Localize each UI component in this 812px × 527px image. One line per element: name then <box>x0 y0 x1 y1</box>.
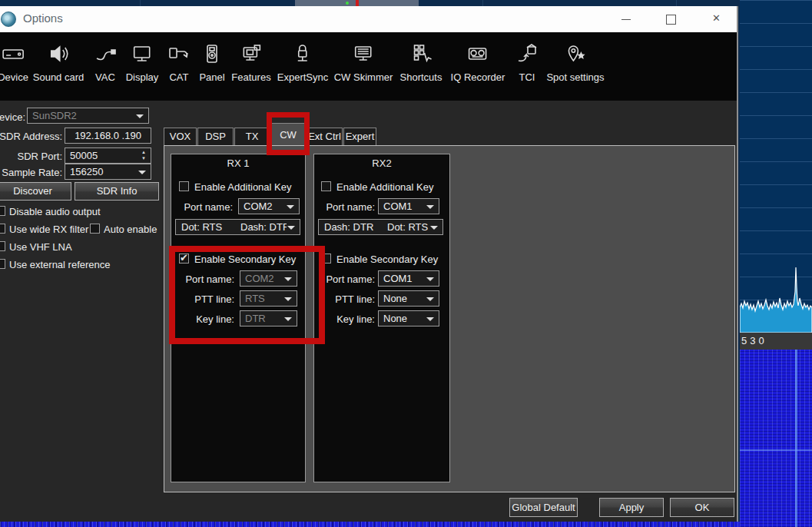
sdr-info-button[interactable]: SDR Info <box>75 182 159 201</box>
dialog-titlebar[interactable]: Options <box>0 6 737 32</box>
options-toolbar: Device Sound card VAC Display CAT Panel … <box>0 32 737 101</box>
rx1-enable-additional-key-checkbox[interactable] <box>179 181 189 191</box>
toolbar-item-expertsync[interactable]: ExpertSync <box>277 41 328 83</box>
tci-icon <box>514 41 540 68</box>
waterfall-time-band <box>740 449 812 451</box>
frequency-scale-bar: 530 <box>740 333 812 350</box>
sample-rate-label: Sample Rate: <box>0 167 62 178</box>
toolbar-item-device[interactable]: Device <box>0 41 28 83</box>
rx1-dash-assignment: Dash: DTR <box>240 220 287 234</box>
sdr-address-label: SDR Address: <box>0 131 62 142</box>
ok-button[interactable]: OK <box>670 498 734 517</box>
rx1-key-line-select[interactable]: DTR <box>240 310 297 326</box>
rx1-port-name-select[interactable]: COM2 <box>238 198 300 214</box>
rx2-dash-dot-select[interactable]: Dash: DTR Dot: RTS <box>318 219 443 235</box>
rx1-ptt-line-select[interactable]: RTS <box>240 290 297 307</box>
rx2-title: RX2 <box>313 157 450 169</box>
sdr-address-input[interactable]: 192.168.0 .190 <box>65 128 151 144</box>
rx2-sec-port-name-label: Port name: <box>313 273 375 285</box>
options-app-icon <box>1 12 16 27</box>
sdr-port-input[interactable]: 50005 ▲▼ <box>65 147 151 164</box>
rx1-dot-assignment: Dot: RTS <box>181 221 222 233</box>
sdr-port-label: SDR Port: <box>0 151 62 162</box>
cat-icon <box>166 41 192 68</box>
rx2-ptt-line-label: PTT line: <box>313 293 375 305</box>
minimize-icon[interactable] <box>608 6 644 32</box>
global-default-button[interactable]: Global Default <box>509 498 578 517</box>
device-select[interactable]: SunSDR2 <box>27 108 149 124</box>
rx1-dot-dash-select[interactable]: Dot: RTS Dash: DTR <box>175 219 300 235</box>
spectrum-display[interactable] <box>740 0 812 333</box>
frequency-label: 530 <box>741 335 767 346</box>
rx2-key-line-select[interactable]: None <box>378 310 439 326</box>
display-icon <box>126 41 159 68</box>
rx2-ptt-line-select[interactable]: None <box>378 290 439 307</box>
rx1-sec-port-name-select[interactable]: COM2 <box>240 270 297 287</box>
waterfall-bottom-edge <box>0 522 740 527</box>
toolbar-item-spot-settings[interactable]: Spot settings <box>546 41 604 83</box>
toolbar-item-features[interactable]: Features <box>231 41 270 83</box>
waterfall-signal-streak <box>795 350 797 527</box>
expertsync-icon <box>277 41 328 68</box>
device-label: Device: <box>0 111 25 123</box>
waterfall-display[interactable] <box>740 350 812 527</box>
tab-cw[interactable]: CW <box>270 123 306 146</box>
apply-button[interactable]: Apply <box>599 498 664 517</box>
close-icon[interactable] <box>699 6 734 32</box>
tab-tx[interactable]: TX <box>234 128 270 146</box>
rx2-sec-port-name-select[interactable]: COM1 <box>378 270 439 287</box>
toolbar-item-sound-card[interactable]: Sound card <box>33 41 85 83</box>
rx1-key-line-label: Key line: <box>173 313 234 325</box>
rx1-enable-secondary-key-checkbox[interactable] <box>179 254 189 264</box>
toolbar-item-cat[interactable]: CAT <box>166 41 192 83</box>
rx2-port-name-label: Port name: <box>313 201 375 213</box>
rx2-enable-secondary-key-checkbox[interactable] <box>321 254 331 264</box>
tab-dsp[interactable]: DSP <box>197 128 234 146</box>
background-app-top-bar <box>0 0 812 6</box>
shortcuts-icon <box>400 41 442 68</box>
features-icon <box>231 41 270 68</box>
use-external-reference-checkbox[interactable] <box>0 259 5 269</box>
toolbar-item-tci[interactable]: TCI <box>514 41 540 83</box>
toolbar-item-vac[interactable]: VAC <box>92 41 118 83</box>
sample-rate-select[interactable]: 156250 <box>65 164 151 180</box>
rx1-port-name-label: Port name: <box>171 201 233 213</box>
rx2-dash-assignment: Dash: DTR <box>324 221 373 233</box>
tab-vox[interactable]: VOX <box>164 128 197 146</box>
auto-enable-checkbox[interactable] <box>90 224 100 234</box>
rx1-sec-port-name-label: Port name: <box>173 273 234 285</box>
device-icon <box>0 41 28 68</box>
discover-button[interactable]: Discover <box>0 182 71 201</box>
toolbar-item-cw-skimmer[interactable]: CW Skimmer <box>334 41 393 83</box>
cw-skimmer-icon <box>334 41 393 68</box>
toolbar-item-iq-recorder[interactable]: IQ Recorder <box>451 41 505 83</box>
sound-card-icon <box>33 41 85 68</box>
vac-icon <box>92 41 118 68</box>
sdr-port-stepper[interactable]: ▲▼ <box>139 149 148 162</box>
spot-settings-icon <box>546 41 604 68</box>
toolbar-item-display[interactable]: Display <box>126 41 159 83</box>
rx2-key-line-label: Key line: <box>313 313 375 325</box>
use-wide-rx-filter-checkbox[interactable] <box>0 224 5 234</box>
rx1-ptt-line-label: PTT line: <box>173 293 234 305</box>
panel-icon <box>199 41 225 68</box>
toolbar-item-panel[interactable]: Panel <box>199 41 225 83</box>
toolbar-item-shortcuts[interactable]: Shortcuts <box>400 41 442 83</box>
dialog-title: Options <box>23 12 63 25</box>
iq-recorder-icon <box>451 41 505 68</box>
spectrum-column: 530 <box>740 0 812 527</box>
options-dialog: Options Device Sound card VAC Display CA… <box>0 6 738 522</box>
rx2-enable-additional-key-checkbox[interactable] <box>321 181 331 191</box>
rx1-title: RX 1 <box>171 157 306 169</box>
disable-audio-output-checkbox[interactable] <box>0 206 5 216</box>
tab-ext-ctrl[interactable]: Ext Ctrl <box>307 128 343 146</box>
record-indicator-line <box>356 0 359 6</box>
rx2-port-name-select[interactable]: COM1 <box>378 198 439 214</box>
spectrum-trace <box>740 261 812 333</box>
maximize-icon[interactable] <box>653 6 688 32</box>
use-vhf-lna-checkbox[interactable] <box>0 241 5 251</box>
record-indicator-dot <box>346 2 349 5</box>
tab-expert[interactable]: Expert <box>343 128 376 146</box>
rx2-dot-assignment: Dot: RTS <box>387 220 428 234</box>
